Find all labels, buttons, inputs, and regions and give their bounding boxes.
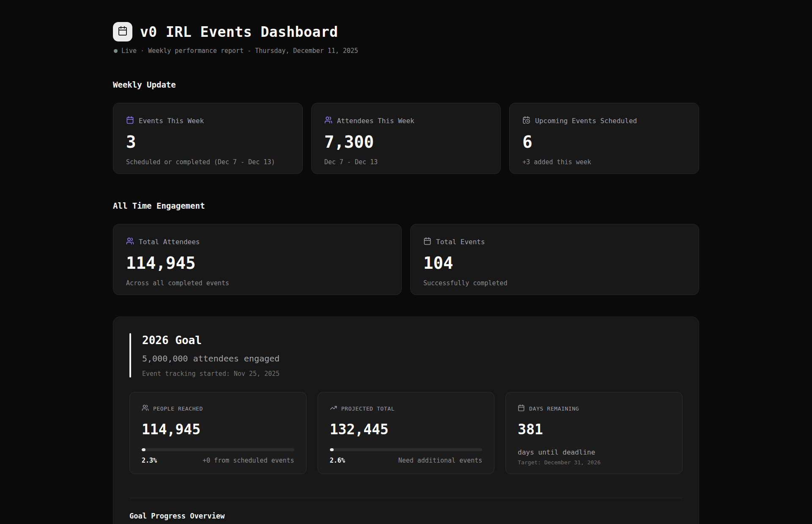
progress-bar [330,448,483,451]
total-events-card: Total Events 104 Successfully completed [410,224,699,295]
separator-dot: · [140,47,144,55]
card-value: 6 [522,133,686,152]
weekly-update-section: Weekly Update Events This Week 3 Schedul… [113,80,699,174]
goal-2026-card: 2026 Goal 5,000,000 attendees engaged Ev… [113,317,699,524]
card-value: 114,945 [126,254,389,273]
goal-header: 2026 Goal 5,000,000 attendees engaged Ev… [129,333,683,378]
goal-progress-overview-heading: Goal Progress Overview [129,512,683,520]
progress-bar-fill [142,448,145,451]
card-subtext: Across all completed events [126,279,389,287]
projected-total-card: PROJECTED TOTAL 132,445 2.6% Need additi… [318,392,495,474]
card-subtext: Dec 7 - Dec 13 [324,158,488,166]
page-header: v0 IRL Events Dashboard [113,22,699,41]
events-this-week-card: Events This Week 3 Scheduled or complete… [113,103,303,174]
card-label: Upcoming Events Scheduled [535,117,637,125]
progress-percent: 2.3% [142,457,157,464]
divider [129,498,683,498]
stat-note: Target: December 31, 2026 [518,459,670,466]
card-label: Total Events [436,238,485,246]
weekly-update-heading: Weekly Update [113,80,699,89]
progress-note: Need additional events [398,457,483,464]
stat-value: 132,445 [330,422,483,437]
users-icon [126,237,134,247]
trending-up-icon [330,404,337,413]
progress-note: +0 from scheduled events [203,457,294,464]
card-label: Total Attendees [139,238,200,246]
all-time-engagement-heading: All Time Engagement [113,201,699,210]
total-attendees-card: Total Attendees 114,945 Across all compl… [113,224,402,295]
card-subtext: +3 added this week [522,158,686,166]
calendar-icon [518,404,525,413]
card-value: 7,300 [324,133,488,152]
calendar-icon [423,237,431,247]
report-subtitle: Weekly performance report - Thursday, De… [148,47,358,55]
stat-label: PEOPLE REACHED [153,405,203,412]
live-status-label: Live [121,47,137,55]
progress-bar [142,448,294,451]
page-title: v0 IRL Events Dashboard [140,24,338,40]
dashboard: v0 IRL Events Dashboard Live · Weekly pe… [113,0,699,524]
progress-percent: 2.6% [330,457,345,464]
all-time-engagement-section: All Time Engagement Total Attendees 114,… [113,201,699,295]
status-line: Live · Weekly performance report - Thurs… [114,47,699,55]
users-icon [324,116,332,126]
users-icon [142,404,149,413]
card-label: Events This Week [139,117,204,125]
live-indicator-dot [114,49,118,53]
goal-tracking-line: Event tracking started: Nov 25, 2025 [142,370,280,378]
stat-label: PROJECTED TOTAL [341,405,395,412]
card-label: Attendees This Week [337,117,414,125]
app-logo [113,22,132,41]
people-reached-card: PEOPLE REACHED 114,945 2.3% +0 from sche… [129,392,307,474]
days-remaining-card: DAYS REMAINING 381 days until deadline T… [505,392,683,474]
card-value: 3 [126,133,290,152]
goal-target-line: 5,000,000 attendees engaged [142,353,280,364]
calendar-clock-icon [522,116,530,126]
attendees-this-week-card: Attendees This Week 7,300 Dec 7 - Dec 13 [311,103,501,174]
goal-title: 2026 Goal [142,334,280,347]
stat-subtext: days until deadline [518,448,670,456]
calendar-icon [126,116,134,126]
stat-label: DAYS REMAINING [529,405,579,412]
stat-value: 114,945 [142,422,294,437]
progress-bar-fill [330,448,334,451]
calendar-icon [118,26,128,38]
card-subtext: Scheduled or completed (Dec 7 - Dec 13) [126,158,290,166]
goal-accent-bar [129,333,131,378]
card-value: 104 [423,254,686,273]
stat-value: 381 [518,422,670,437]
upcoming-events-card: Upcoming Events Scheduled 6 +3 added thi… [509,103,699,174]
card-subtext: Successfully completed [423,279,686,287]
